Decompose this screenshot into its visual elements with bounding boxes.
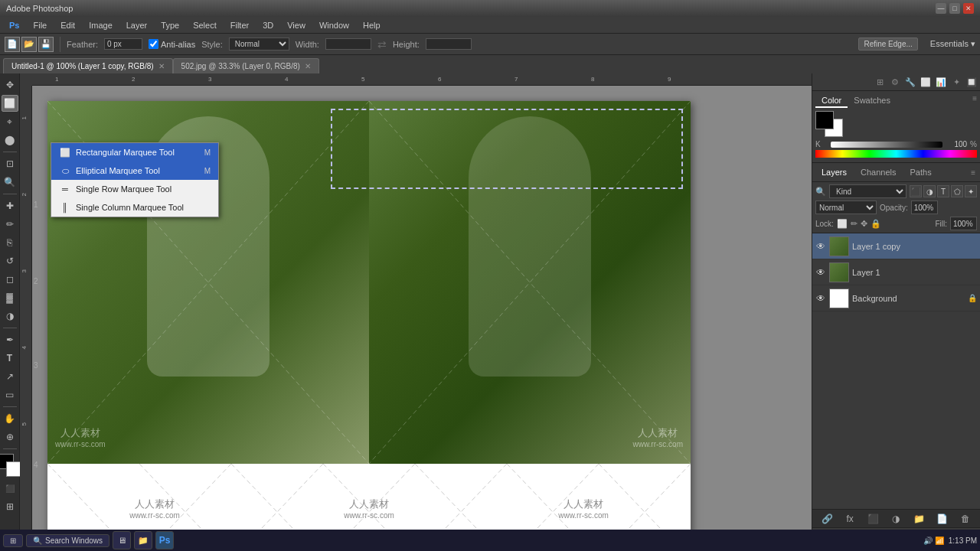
text-tool[interactable]: T bbox=[2, 350, 18, 367]
panel-icon-2[interactable]: ⚙ bbox=[888, 75, 902, 89]
tab-0-close[interactable]: ✕ bbox=[158, 62, 165, 70]
channels-tab[interactable]: Channels bbox=[856, 166, 900, 178]
fill-input[interactable] bbox=[950, 217, 977, 230]
eraser-tool[interactable]: ◻ bbox=[2, 271, 18, 288]
tab-1-close[interactable]: ✕ bbox=[305, 62, 311, 70]
panel-icon-4[interactable]: ⬜ bbox=[919, 75, 933, 89]
layer-1-item[interactable]: 👁 Layer 1 bbox=[812, 259, 980, 285]
background-layer-item[interactable]: 👁 Background 🔒 bbox=[812, 285, 980, 311]
layer-1-visibility[interactable]: 👁 bbox=[815, 267, 826, 278]
background-visibility[interactable]: 👁 bbox=[815, 293, 826, 304]
menu-edit[interactable]: Edit bbox=[54, 19, 81, 31]
pixel-filter-btn[interactable]: ⬛ bbox=[910, 185, 922, 197]
dodge-tool[interactable]: ◑ bbox=[2, 308, 18, 324]
menu-3d[interactable]: 3D bbox=[256, 19, 279, 31]
pen-tool[interactable]: ✒ bbox=[2, 331, 18, 348]
menu-ps[interactable]: Ps bbox=[3, 19, 25, 31]
gradient-tool[interactable]: ▓ bbox=[2, 289, 18, 306]
minimize-button[interactable]: — bbox=[936, 3, 946, 14]
crop-tool[interactable]: ⊡ bbox=[2, 155, 18, 172]
tab-1[interactable]: 502.jpg @ 33.3% (Layer 0, RGB/8) ✕ bbox=[173, 58, 319, 73]
anti-alias-checkbox[interactable] bbox=[149, 39, 158, 49]
history-brush-tool[interactable]: ↺ bbox=[2, 253, 18, 269]
start-button[interactable]: ⊞ bbox=[3, 534, 23, 547]
quick-select-tool[interactable]: ⬤ bbox=[2, 132, 18, 148]
open-btn[interactable]: 📂 bbox=[21, 37, 37, 52]
eyedropper-tool[interactable]: 🔍 bbox=[2, 174, 18, 191]
path-select-tool[interactable]: ↗ bbox=[2, 368, 18, 385]
layers-panel-menu[interactable]: ≡ bbox=[971, 168, 975, 177]
zoom-tool[interactable]: ⊕ bbox=[2, 429, 18, 445]
quick-mask-btn[interactable]: ⬛ bbox=[2, 480, 18, 497]
style-select[interactable]: Normal Fixed Ratio Fixed Size bbox=[229, 37, 289, 51]
menu-view[interactable]: View bbox=[281, 19, 312, 31]
menu-select[interactable]: Select bbox=[187, 19, 223, 31]
panel-icon-1[interactable]: ⊞ bbox=[873, 75, 887, 89]
layer-1-copy-visibility[interactable]: 👁 bbox=[815, 241, 826, 252]
menu-file[interactable]: File bbox=[27, 19, 53, 31]
blend-mode-select[interactable]: Normal Multiply Screen Overlay bbox=[815, 201, 877, 214]
new-doc-btn[interactable]: 📄 bbox=[5, 37, 20, 52]
layers-tab[interactable]: Layers bbox=[817, 166, 851, 178]
save-btn[interactable]: 💾 bbox=[38, 37, 54, 52]
height-input[interactable] bbox=[426, 38, 472, 50]
tab-0[interactable]: Untitled-1 @ 100% (Layer 1 copy, RGB/8) … bbox=[3, 58, 173, 73]
lasso-tool[interactable]: ⌖ bbox=[2, 113, 18, 130]
swap-dimensions-btn[interactable]: ⇄ bbox=[377, 38, 387, 51]
type-filter-btn[interactable]: T bbox=[937, 185, 949, 197]
close-button[interactable]: ✕ bbox=[963, 3, 974, 14]
opacity-input[interactable] bbox=[911, 201, 938, 214]
swatches-tab[interactable]: Swatches bbox=[848, 94, 897, 108]
maximize-button[interactable]: □ bbox=[949, 3, 960, 14]
kind-filter[interactable]: Kind bbox=[829, 184, 906, 198]
layer-link-btn[interactable]: 🔗 bbox=[820, 512, 834, 526]
menu-window[interactable]: Window bbox=[313, 19, 355, 31]
paths-tab[interactable]: Paths bbox=[906, 166, 936, 178]
shape-filter-btn[interactable]: ⬠ bbox=[951, 185, 963, 197]
stamp-tool[interactable]: ⎘ bbox=[2, 234, 18, 251]
panel-icon-7[interactable]: 🔲 bbox=[965, 75, 978, 89]
menu-help[interactable]: Help bbox=[357, 19, 387, 31]
panel-icon-6[interactable]: ✦ bbox=[949, 75, 963, 89]
brush-tool[interactable]: ✏ bbox=[2, 216, 18, 233]
lock-image-btn[interactable]: ✏ bbox=[851, 219, 858, 229]
ctx-single-row-marquee[interactable]: ═ Single Row Marquee Tool bbox=[51, 180, 218, 198]
layer-mask-btn[interactable]: ⬛ bbox=[866, 512, 880, 526]
refine-edge-button[interactable]: Refine Edge... bbox=[858, 37, 917, 51]
layer-1-copy-item[interactable]: 👁 Layer 1 copy bbox=[812, 233, 980, 259]
layer-adj-btn[interactable]: ◑ bbox=[889, 512, 903, 526]
ctx-rectangular-marquee[interactable]: ⬜ Rectangular Marquee Tool M bbox=[51, 143, 218, 161]
k-slider[interactable] bbox=[831, 142, 942, 148]
ctx-elliptical-marquee[interactable]: ⬭ Elliptical Marquee Tool M bbox=[51, 161, 218, 180]
marquee-tool[interactable]: ⬜ bbox=[2, 95, 18, 112]
color-spectrum[interactable] bbox=[815, 150, 977, 158]
color-panel-menu[interactable]: ≡ bbox=[972, 94, 977, 108]
lock-transparent-btn[interactable]: ⬜ bbox=[837, 219, 848, 229]
layer-fx-btn[interactable]: fx bbox=[843, 512, 857, 526]
lock-position-btn[interactable]: ✥ bbox=[861, 219, 867, 229]
layer-group-btn[interactable]: 📁 bbox=[913, 512, 926, 526]
search-bar[interactable]: 🔍 Search Windows bbox=[26, 534, 109, 547]
color-tab[interactable]: Color bbox=[815, 94, 848, 108]
foreground-color-swatch[interactable] bbox=[815, 111, 834, 129]
taskbar-icon-1[interactable]: 🖥 bbox=[113, 531, 131, 549]
hand-tool[interactable]: ✋ bbox=[2, 410, 18, 427]
taskbar-icon-2[interactable]: 📁 bbox=[134, 531, 152, 549]
menu-layer[interactable]: Layer bbox=[120, 19, 154, 31]
smart-filter-btn[interactable]: ✦ bbox=[965, 185, 977, 197]
screen-mode-btn[interactable]: ⊞ bbox=[2, 498, 18, 515]
layer-new-btn[interactable]: 📄 bbox=[936, 512, 949, 526]
ctx-single-col-marquee[interactable]: ║ Single Column Marquee Tool bbox=[51, 198, 218, 217]
menu-type[interactable]: Type bbox=[155, 19, 185, 31]
layer-delete-btn[interactable]: 🗑 bbox=[959, 512, 972, 526]
shape-tool[interactable]: ▭ bbox=[2, 386, 18, 403]
move-tool[interactable]: ✥ bbox=[2, 77, 18, 93]
width-input[interactable] bbox=[325, 38, 371, 50]
feather-input[interactable] bbox=[104, 38, 142, 50]
panel-icon-3[interactable]: 🔧 bbox=[903, 75, 917, 89]
anti-alias-label[interactable]: Anti-alias bbox=[149, 39, 195, 49]
panel-icon-5[interactable]: 📊 bbox=[934, 75, 948, 89]
adjust-filter-btn[interactable]: ◑ bbox=[923, 185, 936, 197]
menu-filter[interactable]: Filter bbox=[224, 19, 255, 31]
menu-image[interactable]: Image bbox=[83, 19, 119, 31]
